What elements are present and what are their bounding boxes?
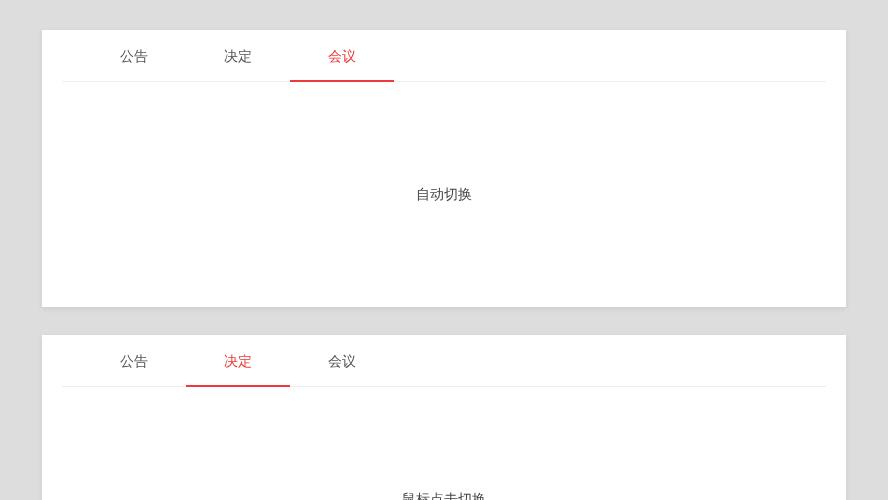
content-auto: 自动切换 bbox=[42, 82, 846, 307]
tab-decision[interactable]: 决定 bbox=[186, 335, 290, 387]
card-auto-switch: 公告 决定 会议 自动切换 bbox=[42, 30, 846, 307]
tabs-click: 公告 决定 会议 bbox=[62, 335, 826, 387]
tab-meeting[interactable]: 会议 bbox=[290, 335, 394, 387]
tab-notice[interactable]: 公告 bbox=[82, 30, 186, 82]
tabs-auto: 公告 决定 会议 bbox=[62, 30, 826, 82]
card-click-switch: 公告 决定 会议 鼠标点击切换 bbox=[42, 335, 846, 500]
tab-notice[interactable]: 公告 bbox=[82, 335, 186, 387]
content-click: 鼠标点击切换 bbox=[42, 387, 846, 500]
tab-meeting[interactable]: 会议 bbox=[290, 30, 394, 82]
tab-decision[interactable]: 决定 bbox=[186, 30, 290, 82]
